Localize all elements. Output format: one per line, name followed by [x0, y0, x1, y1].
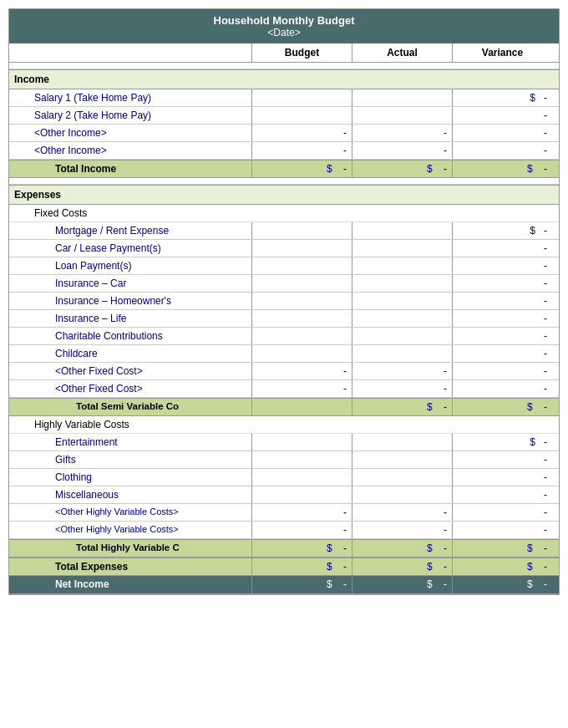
header-actual: Actual: [352, 43, 452, 62]
clothing-actual[interactable]: [352, 469, 452, 486]
mortgage-label: Mortgage / Rent Expense: [9, 222, 251, 239]
total-expenses-budget: $ -: [251, 558, 352, 575]
table-row: Insurance – Life -: [9, 310, 559, 328]
table-row: Clothing -: [9, 469, 559, 486]
other-variable1-label: <Other Highly Variable Costs>: [9, 504, 251, 521]
other-income1-budget[interactable]: -: [251, 125, 352, 141]
miscellaneous-variance[interactable]: -: [452, 486, 552, 503]
other-variable2-variance[interactable]: -: [452, 522, 552, 538]
total-semi-variable-actual: $ -: [352, 399, 452, 415]
gifts-budget[interactable]: [251, 451, 352, 468]
other-fixed2-actual[interactable]: -: [352, 380, 452, 397]
gifts-label: Gifts: [9, 451, 251, 468]
table-row: Mortgage / Rent Expense $ -: [9, 222, 559, 240]
total-income-row: Total Income $ - $ - $ -: [9, 160, 559, 178]
charitable-label: Charitable Contributions: [9, 328, 251, 344]
other-fixed1-label: <Other Fixed Cost>: [9, 363, 251, 379]
total-expenses-label: Total Expenses: [9, 558, 251, 575]
charitable-budget[interactable]: [251, 328, 352, 344]
charitable-variance[interactable]: -: [452, 328, 552, 344]
other-income2-budget[interactable]: -: [251, 142, 352, 159]
insurance-life-budget[interactable]: [251, 310, 352, 327]
other-income1-actual[interactable]: -: [352, 125, 452, 141]
insurance-car-budget[interactable]: [251, 275, 352, 292]
other-variable2-actual[interactable]: -: [352, 522, 452, 538]
table-row: <Other Income> - - -: [9, 125, 559, 142]
income-section-label: Income: [9, 69, 559, 89]
total-expenses-row: Total Expenses $ - $ - $ -: [9, 557, 559, 576]
salary2-variance[interactable]: -: [452, 107, 552, 124]
gifts-variance[interactable]: -: [452, 451, 552, 468]
table-row: Insurance – Car -: [9, 275, 559, 293]
miscellaneous-actual[interactable]: [352, 486, 452, 503]
other-income2-actual[interactable]: -: [352, 142, 452, 159]
salary2-actual[interactable]: [352, 107, 452, 124]
table-row: <Other Highly Variable Costs> - - -: [9, 504, 559, 522]
other-fixed2-variance[interactable]: -: [452, 380, 552, 397]
other-variable1-actual[interactable]: -: [352, 504, 452, 521]
total-semi-variable-row: Total Semi Variable Co $ - $ -: [9, 398, 559, 416]
table-row: <Other Income> - - -: [9, 142, 559, 160]
other-income1-variance[interactable]: -: [452, 125, 552, 141]
other-variable1-variance[interactable]: -: [452, 504, 552, 521]
other-income2-variance[interactable]: -: [452, 142, 552, 159]
childcare-variance[interactable]: -: [452, 345, 552, 362]
clothing-variance[interactable]: -: [452, 469, 552, 486]
header-variance: Variance: [452, 43, 552, 62]
entertainment-actual[interactable]: [352, 434, 452, 451]
insurance-car-variance[interactable]: -: [452, 275, 552, 292]
car-lease-budget[interactable]: [251, 240, 352, 257]
mortgage-actual[interactable]: [352, 222, 452, 239]
table-row: Entertainment $ -: [9, 434, 559, 451]
table-row: Charitable Contributions -: [9, 328, 559, 345]
other-fixed1-actual[interactable]: -: [352, 363, 452, 379]
expenses-section-label: Expenses: [9, 185, 559, 205]
insurance-home-actual[interactable]: [352, 293, 452, 309]
mortgage-budget[interactable]: [251, 222, 352, 239]
gifts-actual[interactable]: [352, 451, 452, 468]
childcare-label: Childcare: [9, 345, 251, 362]
other-variable2-budget[interactable]: -: [251, 522, 352, 538]
entertainment-budget[interactable]: [251, 434, 352, 451]
loan-budget[interactable]: [251, 257, 352, 274]
other-fixed1-variance[interactable]: -: [452, 363, 552, 379]
salary1-variance[interactable]: $ -: [452, 89, 552, 106]
loan-variance[interactable]: -: [452, 257, 552, 274]
fixed-costs-label: Fixed Costs: [9, 205, 559, 222]
total-variable-budget: $ -: [251, 540, 352, 557]
entertainment-variance[interactable]: $ -: [452, 434, 552, 451]
table-row: Insurance – Homeowner's -: [9, 293, 559, 310]
table-row: Childcare -: [9, 345, 559, 363]
insurance-life-actual[interactable]: [352, 310, 452, 327]
total-income-variance: $ -: [452, 160, 552, 177]
other-variable1-budget[interactable]: -: [251, 504, 352, 521]
childcare-budget[interactable]: [251, 345, 352, 362]
car-lease-actual[interactable]: [352, 240, 452, 257]
net-income-actual: $ -: [352, 576, 452, 593]
salary2-budget[interactable]: [251, 107, 352, 124]
insurance-car-actual[interactable]: [352, 275, 452, 292]
miscellaneous-budget[interactable]: [251, 486, 352, 503]
charitable-actual[interactable]: [352, 328, 452, 344]
net-income-label: Net Income: [9, 576, 251, 593]
salary1-actual[interactable]: [352, 89, 452, 106]
table-row: <Other Fixed Cost> - - -: [9, 363, 559, 380]
other-fixed1-budget[interactable]: -: [251, 363, 352, 379]
insurance-car-label: Insurance – Car: [9, 275, 251, 292]
insurance-home-budget[interactable]: [251, 293, 352, 309]
loan-actual[interactable]: [352, 257, 452, 274]
car-lease-variance[interactable]: -: [452, 240, 552, 257]
childcare-actual[interactable]: [352, 345, 452, 362]
other-fixed2-budget[interactable]: -: [251, 380, 352, 397]
table-row: Salary 2 (Take Home Pay) -: [9, 107, 559, 125]
loan-label: Loan Payment(s): [9, 257, 251, 274]
mortgage-variance[interactable]: $ -: [452, 222, 552, 239]
clothing-budget[interactable]: [251, 469, 352, 486]
salary1-label: Salary 1 (Take Home Pay): [9, 89, 251, 106]
insurance-life-variance[interactable]: -: [452, 310, 552, 327]
insurance-home-variance[interactable]: -: [452, 293, 552, 309]
net-income-budget: $ -: [251, 576, 352, 593]
salary1-budget[interactable]: [251, 89, 352, 106]
insurance-life-label: Insurance – Life: [9, 310, 251, 327]
table-row: Loan Payment(s) -: [9, 257, 559, 275]
